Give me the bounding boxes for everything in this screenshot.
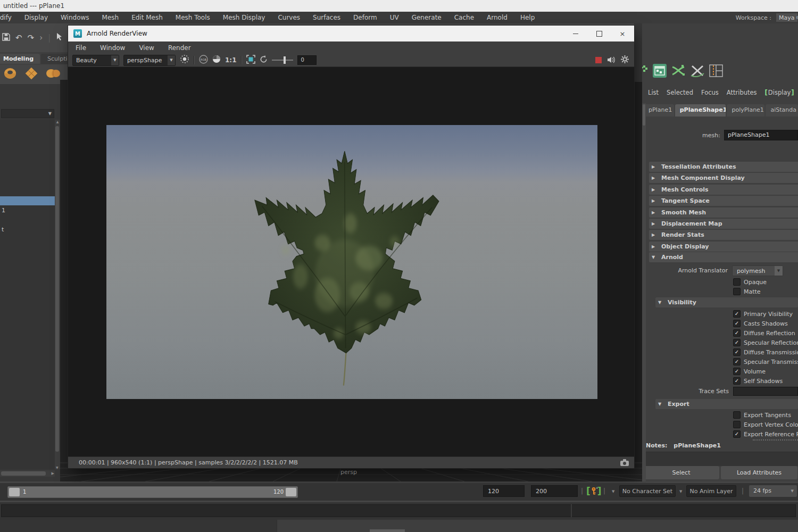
scroll-up-icon[interactable]: ▲ bbox=[56, 120, 59, 123]
input-connections-icon[interactable] bbox=[642, 64, 649, 80]
checkbox[interactable]: ✓ bbox=[733, 430, 741, 438]
scroll-down-icon[interactable]: ▼ bbox=[56, 466, 59, 469]
range-end-handle[interactable] bbox=[286, 488, 296, 496]
renderview-menu-item[interactable]: Window bbox=[100, 44, 125, 52]
texture-view-icon[interactable] bbox=[653, 64, 667, 80]
help-line-grip[interactable] bbox=[370, 529, 405, 532]
exposure-slider[interactable] bbox=[272, 60, 293, 61]
redo-icon[interactable]: ↷ bbox=[28, 33, 35, 43]
maximize-button[interactable] bbox=[587, 26, 611, 41]
ae-menu-item[interactable]: Focus bbox=[701, 89, 719, 96]
scrollbar-thumb[interactable] bbox=[643, 104, 645, 126]
workspace-dropdown[interactable]: Maya Cla bbox=[776, 13, 798, 22]
attribute-editor-scrollbar[interactable] bbox=[642, 103, 646, 481]
time-slider[interactable]: 1 120 bbox=[7, 486, 298, 498]
undo-icon[interactable]: ↶ bbox=[15, 33, 22, 43]
renderview-menu-item[interactable]: Render bbox=[168, 44, 191, 52]
slider-handle[interactable] bbox=[284, 56, 286, 64]
node-tab[interactable]: aiStanda bbox=[766, 104, 798, 117]
chevron-down-icon[interactable]: ▼ bbox=[612, 489, 614, 494]
outliner-vertical-scrollbar[interactable]: ▲ ▼ bbox=[55, 120, 60, 469]
checkbox[interactable]: ✓ bbox=[733, 411, 741, 419]
attribute-section-header[interactable]: ▶ Object Display bbox=[649, 242, 798, 252]
menu-item[interactable]: Deform bbox=[347, 12, 384, 23]
attribute-section-header[interactable]: ▶ Smooth Mesh bbox=[649, 207, 798, 218]
anim-layer-dropdown[interactable]: No Anim Layer bbox=[686, 485, 736, 497]
select-tool-icon[interactable] bbox=[56, 32, 63, 43]
notifications-icon[interactable] bbox=[607, 55, 616, 65]
checkbox[interactable]: ✓ bbox=[733, 377, 741, 385]
renderview-menu-item[interactable]: File bbox=[76, 44, 86, 52]
outliner-filter-dropdown[interactable]: ▼ bbox=[1, 109, 54, 118]
gear-icon[interactable] bbox=[621, 55, 629, 65]
checkbox[interactable]: ✓ bbox=[733, 368, 741, 375]
chevron-down-icon[interactable]: ▼ bbox=[679, 489, 682, 494]
cube-primitive-icon[interactable] bbox=[24, 66, 38, 82]
range-start-handle[interactable] bbox=[9, 488, 20, 496]
scroll-right-icon[interactable]: ▶ bbox=[52, 471, 54, 476]
attribute-section-header[interactable]: ▶ Tessellation Attributes bbox=[649, 162, 798, 172]
playback-end-field[interactable]: 120 bbox=[483, 485, 525, 497]
animation-end-field[interactable]: 200 bbox=[531, 485, 578, 497]
menu-item[interactable]: Generate bbox=[405, 12, 448, 23]
renderview-titlebar[interactable]: M Arnold RenderView × bbox=[68, 26, 634, 41]
menu-item[interactable]: Display bbox=[18, 12, 54, 23]
attribute-section-header[interactable]: ▶ Mesh Controls bbox=[649, 185, 798, 195]
checkbox[interactable]: ✓ bbox=[733, 329, 741, 337]
camera-dropdown[interactable]: perspShape ▼ bbox=[123, 55, 176, 66]
panel-layout-icon[interactable] bbox=[709, 64, 723, 79]
render-canvas[interactable] bbox=[68, 67, 634, 456]
menu-item[interactable]: Modify bbox=[0, 12, 18, 23]
menu-item[interactable]: Mesh Display bbox=[217, 12, 272, 23]
node-tab[interactable]: pPlaneShape1 bbox=[675, 104, 726, 117]
output-connections-icon[interactable] bbox=[671, 64, 686, 80]
renderview-menu-item[interactable]: View bbox=[139, 44, 154, 52]
mesh-name-field[interactable]: pPlaneShape1 bbox=[724, 130, 798, 140]
outliner-item-label[interactable]: t bbox=[2, 226, 5, 235]
visibility-section-header[interactable]: ▼ Visibility bbox=[655, 297, 798, 307]
menu-item[interactable]: Help bbox=[514, 12, 541, 23]
break-connections-icon[interactable] bbox=[690, 64, 705, 80]
shelf-tab[interactable]: Modeling bbox=[0, 54, 40, 64]
menu-item[interactable]: Surfaces bbox=[306, 12, 347, 23]
checkbox[interactable]: ✓ bbox=[733, 320, 741, 327]
node-tab[interactable]: pPlane1 bbox=[644, 104, 674, 117]
minimize-button[interactable] bbox=[564, 26, 587, 41]
torus-primitive-icon[interactable] bbox=[3, 66, 17, 82]
outliner-list[interactable]: 1 t bbox=[0, 120, 55, 469]
checkbox[interactable]: ✓ bbox=[733, 310, 741, 318]
aov-dropdown[interactable]: Beauty ▼ bbox=[72, 55, 119, 66]
stop-render-icon[interactable] bbox=[595, 57, 602, 63]
node-tab[interactable]: polyPlane1 bbox=[727, 104, 764, 117]
attribute-section-header[interactable]: ▶ Displacement Map bbox=[649, 219, 798, 229]
notes-textarea[interactable] bbox=[642, 452, 798, 466]
arnold-section-header[interactable]: ▼ Arnold bbox=[649, 252, 798, 262]
character-set-dropdown[interactable]: No Character Set bbox=[619, 485, 676, 497]
snapshot-icon[interactable] bbox=[180, 54, 189, 66]
menu-item[interactable]: Mesh bbox=[96, 12, 126, 23]
menu-item[interactable]: Windows bbox=[54, 12, 96, 23]
checkbox[interactable]: ✓ bbox=[733, 358, 741, 365]
outliner-horizontal-scrollbar[interactable]: ▶ bbox=[0, 470, 55, 477]
save-icon[interactable] bbox=[2, 33, 10, 43]
checkbox[interactable]: ✓ bbox=[733, 278, 741, 286]
checkbox[interactable]: ✓ bbox=[733, 288, 741, 295]
menu-item[interactable]: Cache bbox=[448, 12, 480, 23]
menu-item[interactable]: Mesh Tools bbox=[169, 12, 217, 23]
fps-dropdown[interactable]: 24 fps ▼ bbox=[749, 485, 797, 497]
refresh-render-icon[interactable] bbox=[260, 55, 268, 65]
outliner-selected-row[interactable] bbox=[0, 196, 55, 205]
load-attributes-button[interactable]: Load Attributes bbox=[721, 466, 797, 479]
checkbox[interactable]: ✓ bbox=[733, 421, 741, 428]
checkbox[interactable]: ✓ bbox=[733, 339, 741, 346]
attribute-section-header[interactable]: ▶ Render Stats bbox=[649, 230, 798, 240]
scrollbar-thumb[interactable] bbox=[1, 471, 46, 476]
menu-item[interactable]: Edit Mesh bbox=[125, 12, 169, 23]
menu-item[interactable]: Curves bbox=[271, 12, 306, 23]
auto-keyframe-toggle[interactable]: [ + ] bbox=[586, 485, 602, 497]
menu-item[interactable]: Arnold bbox=[480, 12, 514, 23]
close-button[interactable]: × bbox=[611, 26, 634, 41]
translator-dropdown[interactable]: polymesh ▼ bbox=[732, 265, 783, 276]
ae-menu-item[interactable]: List bbox=[648, 89, 659, 96]
attribute-section-header[interactable]: ▶ Mesh Component Display bbox=[649, 173, 798, 183]
